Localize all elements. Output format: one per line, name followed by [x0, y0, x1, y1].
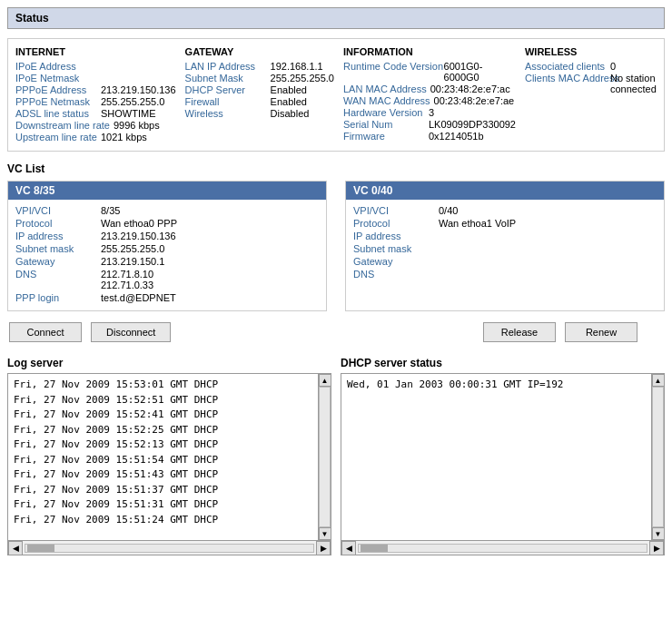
lan-ip-value: 192.168.1.1: [271, 61, 323, 72]
gateway-835-value: 213.219.150.1: [101, 256, 164, 267]
button-row: Connect Disconnect Release Renew: [7, 322, 665, 342]
lan-mac-label: LAN MAC Address: [343, 84, 427, 94]
assoc-clients-label: Associated clients: [525, 61, 607, 72]
wireless-col: WIRELESS Associated clients 0 Clients MA…: [525, 46, 672, 143]
hardware-version-value: 3: [429, 107, 434, 118]
info-grid: INTERNET IPoE Address IPoE Netmask PPPoE…: [7, 38, 665, 152]
hardware-version-label: Hardware Version: [343, 107, 425, 118]
log-vertical-scrollbar[interactable]: ▲ ▼: [318, 374, 331, 540]
vc-row: IP address 213.219.150.136: [15, 231, 319, 241]
lan-mac-value: 00:23:48:2e:e7:ac: [430, 84, 510, 94]
dhcp-server-title: DHCP server status: [341, 357, 665, 369]
dhcp-box[interactable]: Wed, 01 Jan 2003 00:00:31 GMT IP=192 ▲ ▼: [341, 373, 665, 541]
info-row: WAN MAC Address 00:23:48:2e:e7:ae: [343, 95, 516, 106]
vpi-vci-040-label: VPI/VCI: [353, 205, 435, 216]
firewall-label: Firewall: [185, 96, 267, 107]
gateway-835-label: Gateway: [15, 256, 97, 267]
adsl-status-label: ADSL line status: [15, 108, 97, 119]
vc-040-block: VC 0/40 VPI/VCI 0/40 Protocol Wan ethoa1…: [345, 181, 665, 311]
wan-mac-value: 00:23:48:2e:e7:ae: [434, 95, 515, 106]
ppp-login-835-label: PPP login: [15, 292, 97, 303]
clients-mac-value: No station connected: [610, 73, 669, 94]
subnet-835-value: 255.255.255.0: [101, 243, 164, 254]
ipoe-address-label: IPoE Address: [15, 61, 97, 72]
subnet-mask-label: Subnet Mask: [185, 73, 267, 84]
info-row: Subnet Mask 255.255.255.0: [185, 73, 334, 84]
log-entry: Fri, 27 Nov 2009 15:51:43 GMT DHCP: [14, 467, 325, 483]
information-title: INFORMATION: [343, 46, 516, 57]
dhcp-scroll-down[interactable]: ▼: [652, 527, 665, 540]
log-scroll-down[interactable]: ▼: [319, 527, 331, 540]
dhcp-vertical-scrollbar[interactable]: ▲ ▼: [651, 374, 664, 540]
dhcp-entry: Wed, 01 Jan 2003 00:00:31 GMT IP=192: [347, 378, 658, 393]
runtime-code-label: Runtime Code Version: [343, 61, 440, 83]
info-row: PPPoE Address 213.219.150.136: [15, 84, 176, 95]
dhcp-scroll-up[interactable]: ▲: [652, 374, 665, 387]
serial-num-label: Serial Num: [343, 119, 425, 130]
dhcp-scroll-track[interactable]: [652, 387, 664, 527]
wireless-value: Disabled: [271, 108, 310, 119]
internet-title: INTERNET: [15, 46, 176, 57]
vpi-vci-040-value: 0/40: [439, 205, 458, 216]
log-content: Fri, 27 Nov 2009 15:53:01 GMT DHCP Fri, …: [8, 374, 331, 531]
dhcp-scroll-track-h[interactable]: [358, 544, 647, 553]
vc-835-title: VC 8/35: [8, 182, 326, 200]
clients-mac-label: Clients MAC Address: [525, 73, 607, 94]
info-row: IPoE Address: [15, 61, 176, 72]
connect-button[interactable]: Connect: [9, 322, 82, 342]
release-button[interactable]: Release: [483, 322, 556, 342]
pppoe-netmask-value: 255.255.255.0: [101, 96, 164, 107]
vc-row: Protocol Wan ethoa1 VoIP: [353, 218, 657, 229]
log-scroll-up[interactable]: ▲: [319, 374, 331, 387]
info-row: Hardware Version 3: [343, 107, 516, 118]
info-row: LAN IP Address 192.168.1.1: [185, 61, 334, 72]
info-row: LAN MAC Address 00:23:48:2e:e7:ac: [343, 84, 516, 94]
vpi-vci-835-value: 8/35: [101, 205, 120, 216]
vc-row: DNS: [353, 269, 657, 280]
gateway-title: GATEWAY: [185, 46, 334, 57]
vc-row: VPI/VCI 8/35: [15, 205, 319, 216]
renew-button[interactable]: Renew: [565, 322, 637, 342]
upstream-value: 1021 kbps: [101, 132, 147, 142]
dns-835-label: DNS: [15, 269, 97, 290]
vc-row: PPP login test.d@EDPNET: [15, 292, 319, 303]
vc-row: IP address: [353, 231, 657, 241]
firmware-label: Firmware: [343, 131, 425, 142]
wan-mac-label: WAN MAC Address: [343, 95, 430, 106]
log-scroll-right[interactable]: ▶: [316, 541, 331, 555]
log-entry: Fri, 27 Nov 2009 15:52:51 GMT DHCP: [14, 393, 325, 408]
vc-row: Protocol Wan ethoa0 PPP: [15, 218, 319, 229]
log-scroll-left[interactable]: ◀: [8, 541, 23, 555]
log-horizontal-scrollbar[interactable]: ◀ ▶: [7, 541, 331, 555]
dhcp-scroll-left[interactable]: ◀: [341, 541, 356, 555]
internet-col: INTERNET IPoE Address IPoE Netmask PPPoE…: [15, 46, 185, 143]
gateway-040-label: Gateway: [353, 256, 435, 267]
protocol-835-value: Wan ethoa0 PPP: [101, 218, 177, 229]
log-entry: Fri, 27 Nov 2009 15:53:01 GMT DHCP: [14, 378, 325, 393]
disconnect-button[interactable]: Disconnect: [91, 322, 171, 342]
vc-row: VPI/VCI 0/40: [353, 205, 657, 216]
log-scroll-track-h[interactable]: [25, 544, 314, 553]
ip-040-label: IP address: [353, 231, 435, 241]
vc-835-block: VC 8/35 VPI/VCI 8/35 Protocol Wan ethoa0…: [7, 181, 327, 311]
adsl-status-value: SHOWTIME: [101, 108, 156, 119]
info-row: Serial Num LK09099DP330092: [343, 119, 516, 130]
log-section: Log server Fri, 27 Nov 2009 15:53:01 GMT…: [7, 357, 331, 555]
vc-row: Subnet mask 255.255.255.0: [15, 243, 319, 254]
info-row: Firmware 0x1214051b: [343, 131, 516, 142]
dns-040-label: DNS: [353, 269, 435, 280]
vc-grid: VC 8/35 VPI/VCI 8/35 Protocol Wan ethoa0…: [7, 181, 665, 311]
log-scroll-track[interactable]: [319, 387, 331, 527]
subnet-040-label: Subnet mask: [353, 243, 435, 254]
log-entry: Fri, 27 Nov 2009 15:51:31 GMT DHCP: [14, 497, 325, 513]
runtime-code-value: 6001G0-6000G0: [444, 61, 516, 83]
log-scroll-thumb: [27, 545, 54, 552]
vpi-vci-835-label: VPI/VCI: [15, 205, 97, 216]
pppoe-address-value: 213.219.150.136: [101, 84, 176, 95]
dhcp-horizontal-scrollbar[interactable]: ◀ ▶: [341, 541, 665, 555]
log-box[interactable]: Fri, 27 Nov 2009 15:53:01 GMT DHCP Fri, …: [7, 373, 331, 541]
dns-835-value: 212.71.8.10212.71.0.33: [101, 269, 153, 290]
vc-040-title: VC 0/40: [346, 182, 664, 200]
info-row: Clients MAC Address No station connected: [525, 73, 669, 94]
dhcp-scroll-right[interactable]: ▶: [649, 541, 664, 555]
